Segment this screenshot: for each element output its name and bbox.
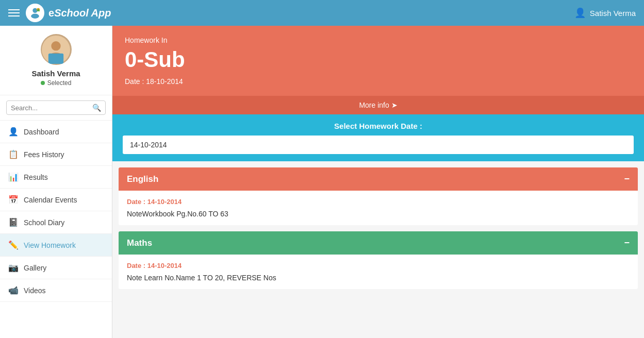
sidebar-item-school-diary[interactable]: 📓 School Diary [0,211,112,234]
subject-card-maths: Maths − Date : 14-10-2014 Note Learn No.… [119,231,638,289]
sidebar-item-results[interactable]: 📊 Results [0,166,112,189]
subject-date-english: Date : 14-10-2014 [127,198,630,206]
profile-status: Selected [41,79,72,87]
videos-icon: 📹 [8,285,19,295]
date-selector-label: Select Homework Date : [123,122,634,130]
collapse-icon-maths[interactable]: − [624,238,630,248]
sidebar-label-fees: Fees History [24,150,64,159]
sidebar: Satish Verma Selected 🔍 👤 Dashboard 📋 Fe… [0,26,112,338]
homework-header-card: Homework In 0-Sub Date : 18-10-2014 [112,26,644,96]
sidebar-item-videos[interactable]: 📹 Videos [0,279,112,302]
subject-name-maths: Maths [127,238,152,248]
sidebar-label-homework: View Homework [24,241,76,249]
sidebar-label-gallery: Gallery [24,264,46,272]
sidebar-item-dashboard[interactable]: 👤 Dashboard [0,121,112,143]
results-icon: 📊 [8,172,19,182]
diary-icon: 📓 [8,217,19,227]
dashboard-icon: 👤 [8,127,19,137]
sidebar-label-results: Results [24,173,48,181]
nav-menu: 👤 Dashboard 📋 Fees History 📊 Results 📅 C… [0,121,112,302]
search-icon: 🔍 [92,104,101,112]
date-selector-section: Select Homework Date : [112,114,644,161]
search-input[interactable] [11,104,90,112]
svg-point-4 [51,41,60,50]
search-box: 🔍 [0,95,112,121]
top-header: eSchool App 👤 Satish Verma [0,0,644,26]
fees-icon: 📋 [8,149,19,159]
subject-note-maths: Note Learn No.Name 1 TO 20, REVERSE Nos [127,274,630,282]
subject-body-english: Date : 14-10-2014 NoteWorkbook Pg.No.60 … [119,191,638,225]
logo-area: eSchool App [26,4,111,22]
homework-icon: ✏️ [8,240,19,250]
svg-rect-6 [48,53,63,63]
logo-icon [26,4,44,22]
profile-name: Satish Verma [31,69,80,78]
content-area: Homework In 0-Sub Date : 18-10-2014 More… [112,26,644,338]
subject-header-maths: Maths − [119,231,638,255]
sidebar-label-diary: School Diary [24,218,64,227]
calendar-icon: 📅 [8,195,19,205]
date-selector-input[interactable] [123,136,634,154]
app-name: eSchool App [48,7,111,19]
status-text: Selected [47,79,72,87]
subject-note-english: NoteWorkbook Pg.No.60 TO 63 [127,210,630,218]
header-username: Satish Verma [590,9,636,18]
svg-point-0 [32,8,37,13]
sidebar-item-calendar[interactable]: 📅 Calendar Events [0,189,112,211]
user-info: 👤 Satish Verma [574,7,636,19]
user-icon: 👤 [574,7,586,19]
main-layout: Satish Verma Selected 🔍 👤 Dashboard 📋 Fe… [0,26,644,338]
sidebar-label-videos: Videos [24,286,46,295]
more-info-bar[interactable]: More info ➤ [112,96,644,114]
gallery-icon: 📷 [8,263,19,273]
avatar [41,34,72,65]
subject-body-maths: Date : 14-10-2014 Note Learn No.Name 1 T… [119,255,638,289]
subject-date-maths: Date : 14-10-2014 [127,262,630,269]
sidebar-item-fees-history[interactable]: 📋 Fees History [0,143,112,166]
subject-header-english: English − [119,167,638,191]
status-dot [41,81,45,85]
hamburger-button[interactable] [8,9,20,16]
sidebar-label-calendar: Calendar Events [24,196,77,204]
sidebar-item-view-homework[interactable]: ✏️ View Homework [0,234,112,257]
homework-header-date: Date : 18-10-2014 [125,77,632,96]
svg-point-1 [31,14,39,19]
homework-title: 0-Sub [125,47,632,72]
subject-card-english: English − Date : 14-10-2014 NoteWorkbook… [119,167,638,225]
subject-name-english: English [127,174,158,184]
profile-section: Satish Verma Selected [0,26,112,95]
more-info-text: More info ➤ [359,101,397,109]
header-left: eSchool App [8,4,111,22]
sidebar-item-gallery[interactable]: 📷 Gallery [0,257,112,279]
homework-in-label: Homework In [125,36,632,44]
sidebar-label-dashboard: Dashboard [24,128,59,136]
search-wrapper: 🔍 [6,100,106,115]
collapse-icon-english[interactable]: − [624,174,630,184]
